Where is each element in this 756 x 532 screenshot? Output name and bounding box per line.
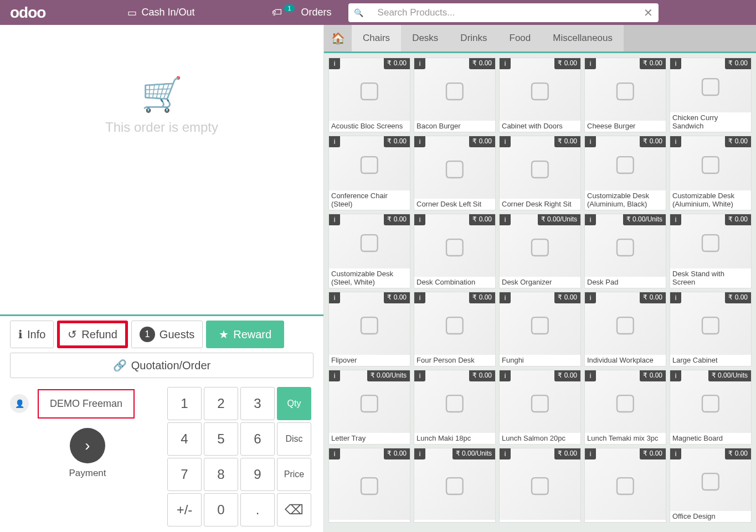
customer-selector[interactable]: DEMO Freeman — [38, 389, 135, 419]
product-info-icon[interactable]: i — [670, 292, 681, 303]
product-info-icon[interactable]: i — [414, 370, 425, 381]
product-info-icon[interactable]: i — [414, 136, 425, 147]
product-card[interactable]: i₹ 0.00/Units▢Letter Tray — [328, 370, 410, 445]
product-info-icon[interactable]: i — [500, 370, 511, 381]
key-5[interactable]: 5 — [204, 422, 238, 456]
product-card[interactable]: i₹ 0.00▢Customizable Desk (Aluminium, Wh… — [670, 136, 752, 210]
payment-button[interactable]: › — [70, 428, 105, 463]
key-3[interactable]: 3 — [240, 387, 275, 420]
product-info-icon[interactable]: i — [414, 214, 425, 225]
product-card[interactable]: i₹ 0.00▢Desk Stand with Screen — [670, 214, 752, 288]
product-info-icon[interactable]: i — [329, 136, 340, 147]
info-button[interactable]: ℹ Info — [10, 321, 54, 348]
product-info-icon[interactable]: i — [585, 136, 596, 147]
product-card[interactable]: i₹ 0.00▢Customizable Desk (Aluminium, Bl… — [584, 136, 666, 210]
product-card[interactable]: i₹ 0.00/Units▢Desk Pad — [584, 214, 666, 288]
product-card[interactable]: i₹ 0.00▢Desk Combination — [414, 214, 496, 288]
product-card[interactable]: i₹ 0.00▢Bacon Burger — [414, 58, 496, 132]
key-backspace[interactable]: ⌫ — [277, 493, 311, 526]
key-4[interactable]: 4 — [167, 422, 202, 456]
product-info-icon[interactable]: i — [670, 448, 681, 459]
product-card[interactable]: i₹ 0.00▢Lunch Salmon 20pc — [499, 370, 581, 445]
product-info-icon[interactable]: i — [329, 214, 340, 225]
product-info-icon[interactable]: i — [500, 58, 511, 69]
product-card[interactable]: i₹ 0.00▢Conference Chair (Steel) — [328, 136, 410, 210]
product-card[interactable]: i₹ 0.00▢Flipover — [328, 292, 410, 366]
key-1[interactable]: 1 — [167, 387, 202, 420]
key-price[interactable]: Price — [277, 458, 311, 491]
product-price: ₹ 0.00 — [469, 214, 495, 225]
orders-button[interactable]: 🏷 1 Orders — [261, 0, 342, 25]
star-icon: ★ — [219, 328, 229, 341]
cash-icon: ▭ — [127, 7, 137, 19]
product-name: Lunch Salmon 20pc — [500, 433, 580, 444]
product-info-icon[interactable]: i — [585, 214, 596, 225]
product-card[interactable]: i₹ 0.00▢ — [328, 448, 410, 523]
product-card[interactable]: i₹ 0.00▢Chicken Curry Sandwich — [670, 58, 752, 132]
product-info-icon[interactable]: i — [329, 448, 340, 459]
product-info-icon[interactable]: i — [500, 292, 511, 303]
key-8[interactable]: 8 — [204, 458, 238, 491]
product-info-icon[interactable]: i — [585, 292, 596, 303]
product-info-icon[interactable]: i — [670, 58, 681, 69]
product-card[interactable]: i₹ 0.00▢Acoustic Bloc Screens — [328, 58, 410, 132]
refund-button[interactable]: ↺ Refund — [57, 321, 128, 348]
quotation-button[interactable]: 🔗 Quotation/Order — [10, 353, 313, 378]
clear-search-icon[interactable]: ✕ — [644, 6, 653, 19]
category-desks[interactable]: Desks — [401, 25, 449, 51]
key-dot[interactable]: . — [240, 493, 275, 526]
product-card[interactable]: i₹ 0.00/Units▢Magnetic Board — [670, 370, 752, 445]
category-chairs[interactable]: Chairs — [352, 25, 401, 51]
product-info-icon[interactable]: i — [585, 58, 596, 69]
product-card[interactable]: i₹ 0.00▢Customizable Desk (Steel, White) — [328, 214, 410, 288]
product-card[interactable]: i₹ 0.00/Units▢Desk Organizer — [499, 214, 581, 288]
product-info-icon[interactable]: i — [670, 370, 681, 381]
product-info-icon[interactable]: i — [414, 448, 425, 459]
product-card[interactable]: i₹ 0.00▢Large Cabinet — [670, 292, 752, 366]
key-7[interactable]: 7 — [167, 458, 202, 491]
product-info-icon[interactable]: i — [329, 370, 340, 381]
product-card[interactable]: i₹ 0.00▢ — [499, 448, 581, 523]
customer-avatar[interactable]: 👤 — [10, 394, 29, 413]
category-food[interactable]: Food — [498, 25, 542, 51]
product-info-icon[interactable]: i — [585, 370, 596, 381]
product-card[interactable]: i₹ 0.00▢Four Person Desk — [414, 292, 496, 366]
category-home[interactable]: 🏠 — [324, 25, 352, 51]
product-card[interactable]: i₹ 0.00▢Corner Desk Left Sit — [414, 136, 496, 210]
product-card[interactable]: i₹ 0.00/Units▢ — [414, 448, 496, 523]
product-card[interactable]: i₹ 0.00▢ — [584, 448, 666, 523]
search-input[interactable] — [378, 7, 640, 18]
key-0[interactable]: 0 — [204, 493, 238, 526]
product-info-icon[interactable]: i — [585, 448, 596, 459]
key-9[interactable]: 9 — [240, 458, 275, 491]
product-info-icon[interactable]: i — [329, 58, 340, 69]
product-info-icon[interactable]: i — [670, 136, 681, 147]
product-card[interactable]: i₹ 0.00▢Corner Desk Right Sit — [499, 136, 581, 210]
product-price: ₹ 0.00 — [384, 292, 410, 303]
product-info-icon[interactable]: i — [329, 292, 340, 303]
key-disc[interactable]: Disc — [277, 422, 311, 456]
product-card[interactable]: i₹ 0.00▢Office Design — [670, 448, 752, 523]
product-card[interactable]: i₹ 0.00▢Cabinet with Doors — [499, 58, 581, 132]
category-drinks[interactable]: Drinks — [449, 25, 498, 51]
product-info-icon[interactable]: i — [670, 214, 681, 225]
guests-button[interactable]: 1 Guests — [131, 321, 203, 348]
key-6[interactable]: 6 — [240, 422, 275, 456]
product-info-icon[interactable]: i — [414, 58, 425, 69]
product-card[interactable]: i₹ 0.00▢Funghi — [499, 292, 581, 366]
product-card[interactable]: i₹ 0.00▢Lunch Temaki mix 3pc — [584, 370, 666, 445]
reward-button[interactable]: ★ Reward — [206, 321, 284, 348]
cash-in-out-button[interactable]: ▭ Cash In/Out — [116, 0, 205, 25]
product-info-icon[interactable]: i — [500, 136, 511, 147]
product-card[interactable]: i₹ 0.00▢Individual Workplace — [584, 292, 666, 366]
key-qty[interactable]: Qty — [277, 387, 311, 420]
category-misc[interactable]: Miscellaneous — [542, 25, 624, 51]
product-card[interactable]: i₹ 0.00▢Lunch Maki 18pc — [414, 370, 496, 445]
product-info-icon[interactable]: i — [500, 214, 511, 225]
search-box[interactable]: 🔍 🗄 ✕ — [348, 3, 659, 22]
product-info-icon[interactable]: i — [414, 292, 425, 303]
product-card[interactable]: i₹ 0.00▢Cheese Burger — [584, 58, 666, 132]
product-info-icon[interactable]: i — [500, 448, 511, 459]
key-2[interactable]: 2 — [204, 387, 238, 420]
key-plusminus[interactable]: +/- — [167, 493, 202, 526]
